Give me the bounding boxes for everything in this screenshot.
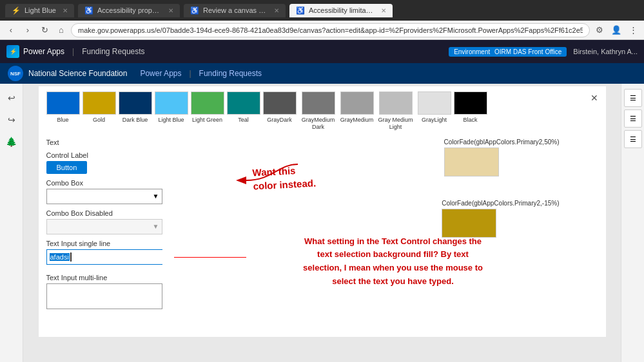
color-swatch-formula1	[444, 148, 499, 176]
swatch-label-gray-light: GrayLight	[422, 117, 447, 124]
browser-tab-bar: ⚡ Light Blue ✕ ♿ Accessibility propertie…	[0, 0, 644, 21]
formula-1-text: ColorFade(gblAppColors.Primary2,50%)	[444, 138, 560, 146]
swatch-gray-dark: GrayDark	[263, 91, 297, 131]
color-swatches-row: Blue Gold Dark Blue Light Blue Light Gre…	[46, 91, 598, 131]
swatch-label-gold: Gold	[93, 117, 105, 124]
swatch-label-gray-medium: GrayMedium	[340, 117, 374, 124]
browser-tab-2[interactable]: ♿ Accessibility properties for Pow... ✕	[78, 4, 180, 17]
forward-button[interactable]: ›	[21, 23, 35, 37]
swatch-label-teal: Teal	[238, 117, 249, 124]
powerapps-bar-label: Power Apps	[140, 69, 181, 78]
form-right-panel: ColorFade(gblAppColors.Primary2,50%)	[188, 138, 598, 332]
text-input-single-control[interactable]: afadsi	[46, 249, 162, 265]
swatch-box-gold	[83, 91, 116, 115]
right-panel-btn-2[interactable]: ☰	[624, 110, 642, 128]
swatch-box-gray-medium	[340, 91, 374, 115]
main-content: ↩ ↪ 🌲 ✕ Blue Gold Dark Blue	[0, 84, 644, 362]
control-label-label: Control Label	[46, 151, 175, 159]
swatch-gray-light: GrayLight	[418, 91, 451, 131]
swatch-gold: Gold	[83, 91, 116, 131]
undo-button[interactable]: ↩	[3, 89, 21, 107]
swatch-label-gray-medium-dark: GrayMedium Dark	[299, 117, 338, 131]
tab-label-4: Accessibility limitations in canv...	[309, 6, 375, 14]
browser-tab-4[interactable]: ♿ Accessibility limitations in canv... ✕	[289, 4, 393, 17]
combo-box-chevron: ▼	[153, 193, 159, 200]
profile-button[interactable]: 👤	[609, 23, 623, 37]
button-control[interactable]: Button	[46, 161, 88, 174]
browser-icon-group: ⚙ 👤 ⋮	[592, 23, 640, 37]
header-right: Environment OIRM DAS Front Office Birste…	[449, 47, 638, 57]
side-toolbar: ↩ ↪ 🌲	[0, 84, 23, 362]
tab-favicon-3: ♿	[190, 6, 199, 15]
menu-button[interactable]: ⋮	[626, 23, 640, 37]
app-logo: ⚡ Power Apps	[6, 45, 64, 58]
combo-box-disabled-label: Combo Box Disabled	[46, 209, 175, 217]
extensions-button[interactable]: ⚙	[592, 23, 607, 37]
tab-close-3[interactable]: ✕	[274, 7, 279, 14]
swatch-box-gray-dark	[263, 91, 297, 115]
tree-view-button[interactable]: 🌲	[3, 133, 21, 151]
swatch-box-dark-blue	[119, 91, 152, 115]
swatch-label-gray-medium-light: Gray Medium Light	[376, 117, 415, 131]
formula-2-text: ColorFade(gblAppColors.Primary2,-15%)	[442, 200, 559, 207]
swatch-box-light-green	[191, 91, 224, 115]
refresh-button[interactable]: ↻	[37, 23, 52, 37]
swatch-black: Black	[454, 91, 487, 131]
swatch-blue: Blue	[46, 91, 80, 131]
swatch-light-blue: Light Blue	[155, 91, 188, 131]
right-panel-btn-1[interactable]: ☰	[624, 89, 642, 107]
close-panel-button[interactable]: ✕	[588, 91, 601, 104]
form-left-panel: Text Control Label Button Combo Box ▼ Co…	[46, 138, 175, 332]
text-cursor	[70, 252, 72, 262]
browser-tab-3[interactable]: ♿ Review a canvas app for accessi... ✕	[184, 4, 286, 17]
powerapps-icon: ⚡	[6, 45, 19, 58]
home-button[interactable]: ⌂	[54, 23, 68, 37]
tab-close-2[interactable]: ✕	[168, 7, 173, 14]
combo-box-label: Combo Box	[46, 179, 175, 187]
formula-2-group: ColorFade(gblAppColors.Primary2,-15%)	[442, 200, 559, 238]
swatch-box-gray-light	[418, 91, 451, 115]
canvas-content: ✕ Blue Gold Dark Blue Light Blue	[39, 86, 606, 337]
swatch-box-blue	[46, 91, 80, 115]
text-label: Text	[46, 138, 175, 146]
swatch-label-gray-dark: GrayDark	[267, 117, 292, 124]
swatch-gray-medium-light: Gray Medium Light	[376, 91, 415, 131]
env-name: OIRM DAS Front Office	[494, 48, 561, 55]
user-name: Birstein, Kathryn A...	[573, 48, 638, 55]
address-bar[interactable]	[71, 23, 590, 37]
formula-1-group: ColorFade(gblAppColors.Primary2,50%)	[444, 138, 560, 176]
form-controls-area: Text Control Label Button Combo Box ▼ Co…	[46, 138, 598, 332]
combo-box-disabled-control: ▼	[46, 219, 162, 234]
right-panel-btn-3[interactable]: ☰	[624, 130, 642, 148]
tab-label-1: Light Blue	[24, 6, 56, 14]
tab-label-2: Accessibility properties for Pow...	[97, 6, 162, 14]
swatch-teal: Teal	[227, 91, 260, 131]
swatch-box-light-blue	[155, 91, 188, 115]
right-panel: ☰ ☰ ☰	[621, 84, 644, 362]
combo-box-disabled-chevron: ▼	[153, 223, 159, 230]
text-input-selected-text: afadsi	[50, 253, 70, 261]
redo-button[interactable]: ↪	[3, 111, 21, 129]
canvas-area: ✕ Blue Gold Dark Blue Light Blue	[23, 84, 621, 362]
browser-controls-bar: ‹ › ↻ ⌂ ⚙ 👤 ⋮	[0, 21, 644, 40]
tab-favicon-1: ⚡	[12, 6, 21, 15]
text-input-multi-control[interactable]	[46, 283, 162, 309]
want-text: Want thiscolor instead.	[251, 162, 316, 193]
swatch-label-light-green: Light Green	[192, 117, 222, 124]
color-swatch-formula2	[442, 209, 496, 238]
tab-close-1[interactable]: ✕	[63, 7, 68, 14]
text-input-single-label: Text Input single line	[46, 240, 175, 247]
combo-box-control[interactable]: ▼	[46, 189, 162, 204]
back-button[interactable]: ‹	[4, 23, 18, 37]
tab-close-4[interactable]: ✕	[381, 7, 386, 14]
swatch-box-gray-medium-light	[379, 91, 413, 115]
powerapps-label: Power Apps	[23, 47, 64, 56]
app-name: Funding Requests	[82, 47, 144, 56]
browser-tab-1[interactable]: ⚡ Light Blue ✕	[5, 4, 74, 17]
org-section: Funding Requests	[199, 69, 262, 78]
question-text: What setting in the Text Control changes…	[195, 235, 592, 289]
swatch-label-dark-blue: Dark Blue	[122, 117, 148, 124]
swatch-label-light-blue: Light Blue	[158, 117, 184, 124]
org-name: National Science Foundation	[28, 69, 127, 78]
swatch-box-teal	[227, 91, 260, 115]
